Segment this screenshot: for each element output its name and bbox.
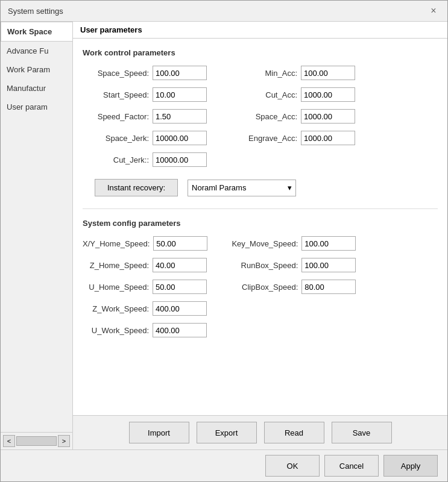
read-button[interactable]: Read [264,422,324,443]
param-xy-home-speed: X/Y_Home_Speed: [83,236,207,251]
param-space-jerk: Space_Jerk: [83,131,207,145]
z-work-speed-input[interactable] [153,301,207,316]
u-work-speed-input[interactable] [153,323,207,337]
instant-recovery-dropdown[interactable]: Noraml Params ▾ [188,180,296,196]
engrave-acc-label: Engrave_Acc: [231,134,297,143]
sidebar: Work Space Advance Fu Work Param Manufac… [1,22,73,449]
param-u-work-speed: U_Work_Speed: [83,323,207,337]
key-move-speed-input[interactable] [301,236,356,251]
param-space-acc: Space_Acc: [231,109,355,124]
instant-recovery-button[interactable]: Instant recovery: [95,179,178,196]
u-home-speed-label: U_Home_Speed: [83,283,149,292]
param-cut-acc: Cut_Acc: [231,87,355,102]
key-move-speed-label: Key_Move_Speed: [232,239,298,248]
apply-button[interactable]: Apply [383,455,438,477]
instant-recovery-row: Instant recovery: Noraml Params ▾ [95,179,438,196]
system-config-left-col: X/Y_Home_Speed: Z_Home_Speed: U_Home_Spe… [83,236,207,337]
param-speed-factor: Speed_Factor: [83,109,207,124]
title-bar: System settings × [1,1,447,22]
cancel-button[interactable]: Cancel [324,455,379,477]
nav-right-arrow[interactable]: > [58,435,70,447]
nav-scrollbar[interactable] [16,436,57,446]
param-u-home-speed: U_Home_Speed: [83,280,207,294]
clipbox-speed-label: ClipBox_Speed: [232,283,298,292]
work-control-right-col: Min_Acc: Cut_Acc: Space_Acc: Engrav [231,66,355,167]
content-area: Work control parameters Space_Speed: Sta… [73,39,447,415]
param-z-home-speed: Z_Home_Speed: [83,258,207,272]
runbox-speed-input[interactable] [301,258,356,272]
system-config-title: System config parameters [83,219,438,228]
sidebar-item-advance[interactable]: Advance Fu [1,42,72,60]
dialog-title: System settings [8,7,63,16]
space-jerk-input[interactable] [153,131,207,145]
u-home-speed-input[interactable] [153,280,207,294]
work-control-params: Space_Speed: Start_Speed: Speed_Factor: [83,66,438,167]
start-speed-input[interactable] [153,87,207,102]
param-engrave-acc: Engrave_Acc: [231,131,355,145]
param-runbox-speed: RunBox_Speed: [232,258,356,272]
speed-factor-input[interactable] [153,109,207,124]
dropdown-arrow-icon: ▾ [288,183,292,192]
main-content: User parameters Work control parameters … [73,22,447,449]
min-acc-label: Min_Acc: [231,69,297,78]
system-settings-dialog: System settings × Work Space Advance Fu … [0,0,448,482]
save-button[interactable]: Save [332,422,392,443]
cut-acc-label: Cut_Acc: [231,90,297,99]
z-work-speed-label: Z_Work_Speed: [83,304,149,313]
param-cut-jerk: Cut_Jerk:: [83,152,207,167]
clipbox-speed-input[interactable] [301,280,356,294]
dialog-body: Work Space Advance Fu Work Param Manufac… [1,22,447,449]
sidebar-item-workspace[interactable]: Work Space [1,22,73,42]
ok-button[interactable]: OK [265,455,320,477]
space-speed-input[interactable] [153,66,207,80]
space-jerk-label: Space_Jerk: [83,134,149,143]
z-home-speed-input[interactable] [153,258,207,272]
space-acc-label: Space_Acc: [231,112,297,121]
work-control-title: Work control parameters [83,48,438,57]
export-button[interactable]: Export [197,422,257,443]
engrave-acc-input[interactable] [301,131,355,145]
work-control-left-col: Space_Speed: Start_Speed: Speed_Factor: [83,66,207,167]
sidebar-item-manufactur[interactable]: Manufactur [1,79,72,98]
param-min-acc: Min_Acc: [231,66,355,80]
param-clipbox-speed: ClipBox_Speed: [232,280,356,294]
system-config-params: X/Y_Home_Speed: Z_Home_Speed: U_Home_Spe… [83,236,438,337]
cut-acc-input[interactable] [301,87,355,102]
cut-jerk-input[interactable] [153,152,207,167]
tab-header: User parameters [73,22,447,39]
import-button[interactable]: Import [129,422,189,443]
footer-bar: OK Cancel Apply [1,449,447,481]
sidebar-item-workparam[interactable]: Work Param [1,60,72,79]
sidebar-nav: < > [1,432,72,449]
param-key-move-speed: Key_Move_Speed: [232,236,356,251]
xy-home-speed-label: X/Y_Home_Speed: [83,239,150,248]
min-acc-input[interactable] [301,66,355,80]
close-button[interactable]: × [427,4,440,17]
space-speed-label: Space_Speed: [83,69,149,78]
z-home-speed-label: Z_Home_Speed: [83,261,149,270]
u-work-speed-label: U_Work_Speed: [83,326,149,335]
param-space-speed: Space_Speed: [83,66,207,80]
nav-left-arrow[interactable]: < [3,435,15,447]
start-speed-label: Start_Speed: [83,90,149,99]
space-acc-input[interactable] [301,109,355,124]
cut-jerk-label: Cut_Jerk:: [83,155,149,164]
param-z-work-speed: Z_Work_Speed: [83,301,207,316]
speed-factor-label: Speed_Factor: [83,112,149,121]
action-buttons-bar: Import Export Read Save [73,415,447,449]
section-divider [83,208,438,209]
system-config-right-col: Key_Move_Speed: RunBox_Speed: ClipBox_Sp… [232,236,356,337]
sidebar-item-userparam[interactable]: User param [1,98,72,116]
xy-home-speed-input[interactable] [153,236,207,251]
param-start-speed: Start_Speed: [83,87,207,102]
runbox-speed-label: RunBox_Speed: [232,261,298,270]
